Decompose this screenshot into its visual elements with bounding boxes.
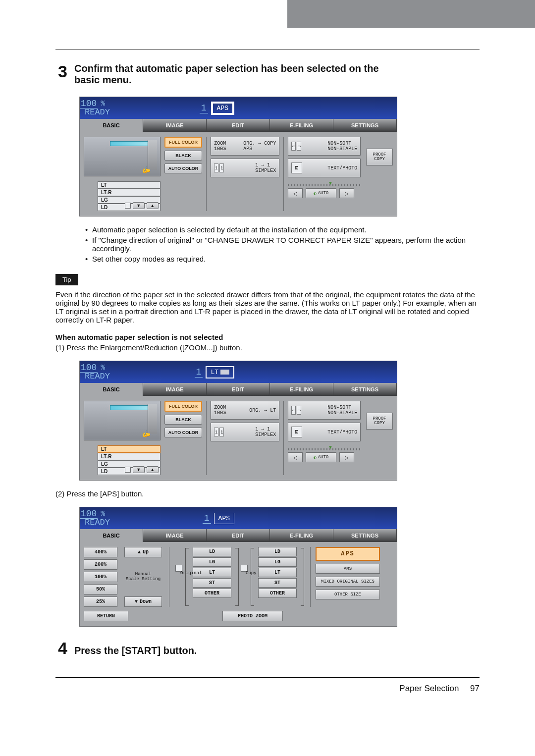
tab-basic-2[interactable]: BASIC — [80, 383, 143, 396]
step-3-title-line2: basic menu. — [74, 74, 379, 86]
status-bar-2: 100 % READY 1 LT — [80, 361, 397, 383]
auto-color-button-2[interactable]: AUTO COLOR — [164, 428, 202, 437]
tab-image-2[interactable]: IMAGE — [143, 383, 207, 396]
density-auto-button[interactable]: ◐AUTO — [306, 188, 336, 198]
ready-label-2: READY — [85, 372, 110, 381]
tab-efiling-3[interactable]: E-FILING — [270, 529, 333, 542]
paper-size-text-2: LT — [211, 369, 218, 376]
up-button[interactable]: ▲Up — [124, 547, 162, 557]
mixed-sizes-button[interactable]: MIXED ORIGINAL SIZES — [316, 577, 380, 587]
density-right-button-2[interactable]: ▷ — [339, 452, 354, 462]
step-3-number: 3 — [55, 63, 67, 86]
orig-lg[interactable]: LG — [193, 557, 231, 567]
simplex-to-icon-2: 1 — [219, 428, 224, 436]
tab-image[interactable]: IMAGE — [143, 119, 207, 132]
mid-options-col: ZOOM100% ORG. → COPYAPS 11 1 → 1SIMPLEX — [211, 137, 279, 211]
textphoto-chip-2[interactable]: 🗎 TEXT/PHOTO — [288, 423, 361, 441]
drawer-icon — [125, 203, 131, 209]
auto-color-button[interactable]: AUTO COLOR — [164, 163, 202, 173]
density-right-button[interactable]: ▷ — [339, 188, 354, 198]
tab-edit-3[interactable]: EDIT — [207, 529, 270, 542]
pct-200[interactable]: 200% — [84, 559, 117, 570]
textphoto-chip[interactable]: 🗎 TEXT/PHOTO — [288, 159, 361, 177]
proof-copy-button-2[interactable]: PROOF COPY — [366, 413, 393, 430]
return-button[interactable]: RETURN — [84, 611, 128, 621]
zoom-chip-val: 100% — [214, 146, 226, 152]
zoom-chip-org: ORG. — [243, 141, 255, 146]
tab-bar-3: BASIC IMAGE EDIT E-FILING SETTINGS — [80, 529, 397, 542]
zoom-chip-copy: COPY — [264, 141, 276, 146]
proof-copy-button[interactable]: PROOF COPY — [366, 149, 393, 165]
pct-100[interactable]: 100% — [84, 572, 117, 582]
density-auto-button-2[interactable]: ◐AUTO — [306, 452, 336, 462]
original-label: Original — [180, 571, 202, 576]
mid-options-col-2: ZOOM100% ORG. → LT 11 1 → 1SIMPLEX — [211, 401, 279, 475]
black-button[interactable]: BLACK — [164, 151, 202, 161]
zoom-chip[interactable]: ZOOM100% ORG. → COPYAPS — [211, 137, 279, 156]
sort-icon-1-2: ▭ — [291, 406, 296, 415]
sub-step-1: (1) Press the Enlargement/Reduction ([ZO… — [55, 343, 480, 352]
photo-zoom-button[interactable]: PHOTO ZOOM — [222, 611, 283, 621]
pct-25[interactable]: 25% — [84, 596, 117, 607]
orig-st[interactable]: ST — [193, 578, 231, 588]
density-left-button-2[interactable]: ◁ — [288, 452, 303, 462]
copy-ld[interactable]: LD — [258, 547, 297, 556]
machine-preview-2: ✍ LT LT-R LG LD ▼ ▲ — [84, 401, 160, 475]
full-color-button[interactable]: FULL COLOR — [164, 137, 202, 148]
tab-edit[interactable]: EDIT — [207, 119, 270, 132]
copy-lg[interactable]: LG — [258, 557, 297, 567]
tab-settings-3[interactable]: SETTINGS — [333, 529, 397, 542]
right-options-col: ▭▭ NON-SORT NON-STAPLE 🗎 TEXT/PHOTO ▼ ◁ … — [288, 137, 361, 211]
pct-50[interactable]: 50% — [84, 584, 117, 594]
slider-marker-icon-2: ▼ — [328, 444, 333, 450]
page-footer: Paper Selection 97 — [55, 684, 480, 694]
density-left-button[interactable]: ◁ — [288, 188, 303, 198]
scroll-down-button-2[interactable]: ▼ — [133, 466, 145, 473]
black-button-2[interactable]: BLACK — [164, 415, 202, 425]
tab-efiling[interactable]: E-FILING — [270, 119, 333, 132]
zoom-chip-top-2: ZOOM — [214, 405, 226, 410]
textphoto-label-2: TEXT/PHOTO — [327, 430, 357, 435]
drawer-lt[interactable]: LT — [98, 181, 160, 189]
tab-efiling-2[interactable]: E-FILING — [270, 383, 333, 396]
simplex-l-2: 1 — [255, 427, 258, 432]
drawer-ltr-2[interactable]: LT-R — [98, 453, 160, 460]
simplex-from-icon-2: 1 — [214, 428, 218, 436]
paper-size-indicator-3: APS — [214, 513, 234, 524]
copy-other[interactable]: OTHER — [258, 589, 297, 598]
simplex-label-2: SIMPLEX — [255, 432, 276, 437]
aps-button[interactable]: APS — [316, 547, 380, 561]
zoom-chip-2[interactable]: ZOOM100% ORG. → LT — [211, 401, 279, 420]
status-bar: 100 % READY 1 APS — [80, 97, 397, 119]
copy-lt[interactable]: LT — [258, 568, 297, 577]
drawer-lt-2[interactable]: LT — [98, 445, 160, 453]
sort-chip[interactable]: ▭▭ NON-SORT NON-STAPLE — [288, 137, 361, 156]
copy-st[interactable]: ST — [258, 578, 297, 588]
tab-settings-2[interactable]: SETTINGS — [333, 383, 397, 396]
scroll-down-button[interactable]: ▼ — [133, 202, 145, 209]
tab-image-3[interactable]: IMAGE — [143, 529, 207, 542]
zoom-panel: 400% 200% 100% 50% 25% ▲Up Manual Scale … — [80, 542, 397, 626]
tab-basic[interactable]: BASIC — [80, 119, 143, 132]
drawer-ltr[interactable]: LT-R — [98, 189, 160, 196]
down-button[interactable]: ▼Down — [124, 596, 162, 607]
scroll-up-button-2[interactable]: ▲ — [147, 466, 159, 473]
drawer-icon-2 — [125, 467, 131, 473]
sort-chip-2[interactable]: ▭▭ NON-SORT NON-STAPLE — [288, 401, 361, 420]
tab-settings[interactable]: SETTINGS — [333, 119, 397, 132]
pct-400[interactable]: 400% — [84, 547, 117, 557]
scroll-up-button[interactable]: ▲ — [147, 202, 159, 209]
full-color-button-2[interactable]: FULL COLOR — [164, 401, 202, 412]
tab-edit-2[interactable]: EDIT — [207, 383, 270, 396]
orig-ld[interactable]: LD — [193, 547, 231, 556]
tab-basic-3[interactable]: BASIC — [80, 529, 143, 542]
sort-icon-1: ▭ — [291, 142, 296, 151]
ams-button[interactable]: AMS — [316, 564, 380, 574]
orig-other[interactable]: OTHER — [193, 589, 231, 598]
simplex-chip[interactable]: 11 1 → 1SIMPLEX — [211, 159, 279, 177]
simplex-chip-2[interactable]: 11 1 → 1SIMPLEX — [211, 423, 279, 441]
paper-size-indicator-2: LT — [206, 366, 234, 378]
step-4: 4 Press the [START] button. — [55, 640, 480, 656]
other-size-button[interactable]: OTHER SIZE — [316, 590, 380, 599]
step-3-title: Confirm that automatic paper selection h… — [74, 63, 379, 86]
